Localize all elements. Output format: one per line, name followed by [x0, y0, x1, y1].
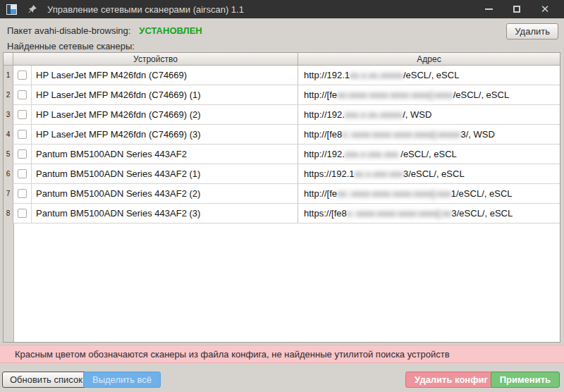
window-controls: ✕: [471, 1, 556, 17]
device-name: Pantum BM5100ADN Series 443AF2 (3): [32, 204, 298, 223]
titlebar: Управление сетевыми сканерами (airscan) …: [0, 0, 564, 18]
package-status-badge: УСТАНОВЛЕН: [139, 25, 202, 36]
device-name: Pantum BM5100ADN Series 443AF2 (1): [32, 164, 298, 183]
header-gutter: [4, 53, 13, 65]
remove-package-button[interactable]: Удалить: [506, 23, 558, 39]
package-label: Пакет avahi-disable-browsing:: [7, 25, 130, 36]
table-row[interactable]: 2 HP LaserJet MFP M426fdn (C74669) (1) h…: [4, 85, 560, 105]
app-icon: [6, 4, 17, 15]
device-name: HP LaserJet MFP M426fdn (C74669) (3): [32, 125, 298, 144]
device-address: https://[fe8x::xxxx:xxxx:xxxx:xxxx]:xx3/…: [298, 204, 560, 223]
scanners-list-label: Найденные сетевые сканеры:: [7, 41, 135, 51]
table-row[interactable]: 7 Pantum BM5100ADN Series 443AF2 (2) htt…: [4, 184, 560, 204]
address-redacted: xxx.x.xx.xxxxx: [345, 109, 403, 120]
row-number: 3: [4, 105, 13, 124]
device-name: Pantum BM5100ADN Series 443AF2: [32, 145, 298, 164]
device-address: http://192.xxx.x.xx.xxxxx/, WSD: [298, 105, 560, 124]
device-address: http://192.xxx.x.xxx.xxx./eSCL/, eSCL: [298, 145, 560, 164]
delete-config-button[interactable]: Удалить конфиг: [405, 372, 497, 388]
device-address: http://192.1xx.x.xx.xxxxx/eSCL/, eSCL: [298, 66, 560, 85]
column-header-address[interactable]: Адрес: [298, 53, 560, 65]
address-redacted: xx.x.xx.xxxxx: [350, 70, 403, 80]
table-row[interactable]: 8 Pantum BM5100ADN Series 443AF2 (3) htt…: [4, 204, 560, 223]
table-gutter: [4, 223, 14, 342]
scanners-table: Устройство Адрес 1 HP LaserJet MFP M426f…: [3, 52, 560, 343]
checkbox-cell: [13, 164, 32, 183]
address-suffix: /eSCL/, eSCL: [403, 70, 460, 80]
address-prefix: https://192.1: [304, 169, 355, 179]
address-suffix: /eSCL/, eSCL: [400, 149, 457, 159]
close-button[interactable]: ✕: [534, 1, 556, 17]
table-row[interactable]: 6 Pantum BM5100ADN Series 443AF2 (1) htt…: [4, 164, 560, 184]
row-number: 2: [4, 85, 13, 104]
address-suffix: 1/eSCL/, eSCL: [451, 188, 513, 199]
apply-button[interactable]: Применить: [491, 372, 560, 388]
row-number: 1: [4, 66, 13, 85]
address-prefix: http://192.1: [304, 70, 350, 80]
table-empty-area: [4, 223, 560, 342]
table-row[interactable]: 1 HP LaserJet MFP M426fdn (C74669) http:…: [4, 66, 560, 85]
row-number: 7: [4, 184, 13, 203]
address-redacted: xx:xxxx:xxxx:xxxx:xxxx]:xxxx: [337, 90, 453, 100]
row-checkbox[interactable]: [18, 71, 27, 80]
address-prefix: http://[fe: [304, 90, 337, 100]
address-redacted: xx.x.xxx:xxx: [355, 169, 403, 179]
select-all-button[interactable]: Выделить всё: [83, 372, 161, 388]
device-address: http://[fexx::xxxx:xxxx:xxxx:xxxx]:xxx1/…: [298, 184, 560, 203]
address-prefix: http://192.: [304, 109, 345, 120]
row-checkbox[interactable]: [18, 149, 27, 159]
device-address: http://[fe8x::xxxx:xxxx:xxxx:xxxx]:xxxxx…: [298, 125, 560, 144]
address-prefix: http://192.: [304, 149, 345, 159]
address-suffix: /, WSD: [403, 109, 431, 120]
row-checkbox[interactable]: [18, 130, 27, 139]
checkbox-cell: [13, 184, 32, 203]
window-title: Управление сетевыми сканерами (airscan) …: [47, 4, 244, 15]
device-address: http://[fexx:xxxx:xxxx:xxxx:xxxx]:xxxx/e…: [298, 85, 560, 104]
address-prefix: http://[fe8: [304, 129, 342, 140]
row-checkbox[interactable]: [18, 209, 27, 218]
address-redacted: xx::xxxx:xxxx:xxxx:xxxx]:xxx: [337, 188, 451, 199]
row-checkbox[interactable]: [18, 169, 27, 178]
table-row[interactable]: 3 HP LaserJet MFP M426fdn (C74669) (2) h…: [4, 105, 560, 125]
checkbox-cell: [13, 66, 32, 85]
package-status-row: Пакет avahi-disable-browsing:УСТАНОВЛЕН: [7, 25, 202, 36]
config-notice-text: Красным цветом обозначаются сканеры из ф…: [15, 349, 450, 360]
device-name: HP LaserJet MFP M426fdn (C74669): [32, 66, 298, 85]
device-name: HP LaserJet MFP M426fdn (C74669) (1): [32, 85, 298, 104]
table-header: Устройство Адрес: [4, 53, 560, 66]
refresh-list-button[interactable]: Обновить список: [2, 372, 90, 388]
maximize-button[interactable]: [506, 1, 527, 17]
row-number: 6: [4, 164, 13, 183]
row-number: 5: [4, 145, 13, 164]
address-suffix: 3/, WSD: [461, 129, 495, 140]
checkbox-cell: [13, 105, 32, 124]
address-prefix: http://[fe: [304, 188, 337, 199]
checkbox-cell: [13, 125, 32, 144]
column-header-device[interactable]: Устройство: [13, 53, 298, 65]
address-suffix: 3/eSCL/, eSCL: [403, 169, 465, 179]
table-row[interactable]: 4 HP LaserJet MFP M426fdn (C74669) (3) h…: [4, 125, 560, 145]
row-checkbox[interactable]: [18, 189, 27, 198]
checkbox-cell: [13, 145, 32, 164]
row-checkbox[interactable]: [18, 90, 27, 99]
address-redacted: xxx.x.xxx.xxx.: [345, 149, 400, 159]
device-name: Pantum BM5100ADN Series 443AF2 (2): [32, 184, 298, 203]
minimize-button[interactable]: [478, 1, 499, 17]
address-redacted: x::xxxx:xxxx:xxxx:xxxx]:xxxxx: [342, 129, 460, 140]
app-window: Управление сетевыми сканерами (airscan) …: [0, 0, 564, 392]
device-address: https://192.1xx.x.xxx:xxx3/eSCL/, eSCL: [298, 164, 560, 183]
row-checkbox[interactable]: [18, 110, 27, 119]
checkbox-cell: [13, 85, 32, 104]
address-prefix: https://[fe8: [304, 208, 347, 219]
checkbox-cell: [13, 204, 32, 223]
table-row[interactable]: 5 Pantum BM5100ADN Series 443AF2 http://…: [4, 145, 560, 164]
row-number: 8: [4, 204, 13, 223]
address-suffix: /eSCL/, eSCL: [453, 90, 510, 100]
pin-icon[interactable]: [27, 4, 37, 14]
address-suffix: 3/eSCL/, eSCL: [452, 208, 513, 219]
device-name: HP LaserJet MFP M426fdn (C74669) (2): [32, 105, 298, 124]
row-number: 4: [4, 125, 13, 144]
config-notice-banner: Красным цветом обозначаются сканеры из ф…: [0, 345, 564, 363]
address-redacted: x::xxxx:xxxx:xxxx:xxxx]:xx: [347, 208, 452, 219]
